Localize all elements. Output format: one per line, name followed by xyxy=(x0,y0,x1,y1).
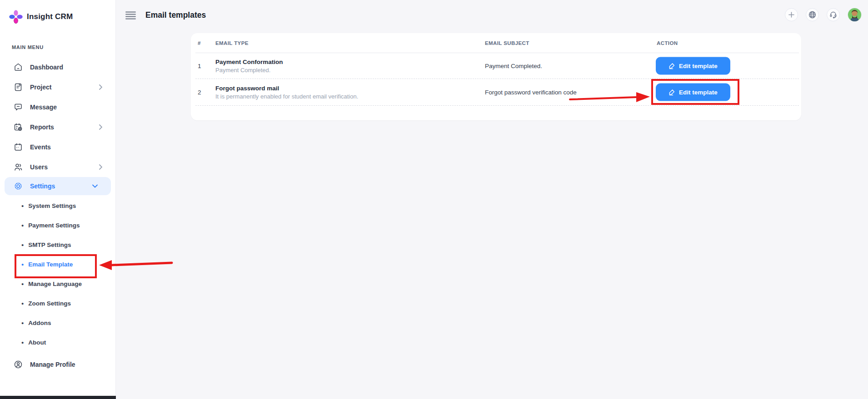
submenu-item-addons[interactable]: • Addons xyxy=(0,313,115,333)
sidebar-menu: Dashboard Project Message Reports xyxy=(0,57,115,374)
sidebar-item-events[interactable]: Events xyxy=(0,137,115,157)
sidebar-item-reports[interactable]: Reports xyxy=(0,117,115,137)
table-row: 2 Forgot password mail It is permanently… xyxy=(191,79,801,105)
bullet-icon: • xyxy=(21,241,24,248)
user-avatar[interactable] xyxy=(848,8,862,22)
email-templates-card: # EMAIL TYPE EMAIL SUBJECT ACTION 1 Paym… xyxy=(191,33,801,120)
app-logo[interactable]: Insight CRM xyxy=(0,0,115,24)
pencil-icon xyxy=(668,63,675,69)
support-headset-icon xyxy=(829,11,837,19)
sidebar-item-label: Reports xyxy=(30,123,54,131)
submenu-item-payment-settings[interactable]: • Payment Settings xyxy=(0,216,115,235)
email-subject-cell: Payment Completed. xyxy=(485,63,542,69)
menu-toggle-icon[interactable] xyxy=(125,11,136,20)
sidebar-section-label: MAIN MENU xyxy=(12,44,115,50)
support-button[interactable] xyxy=(827,8,840,21)
sidebar-item-manage-profile[interactable]: Manage Profile xyxy=(0,355,115,374)
chevron-right-icon xyxy=(99,84,103,90)
email-type-cell: Payment Conformation Payment Completed. xyxy=(215,59,283,74)
row-divider xyxy=(195,105,799,106)
email-type-title: Payment Conformation xyxy=(215,59,283,65)
globe-icon xyxy=(808,11,816,19)
sidebar-item-label: Project xyxy=(30,84,51,91)
sidebar-item-users[interactable]: Users xyxy=(0,157,115,177)
gear-icon xyxy=(14,182,23,191)
report-icon xyxy=(14,123,23,132)
bullet-icon: • xyxy=(21,320,24,326)
bullet-icon: • xyxy=(21,300,24,307)
column-header-email-type: EMAIL TYPE xyxy=(215,40,249,46)
edit-template-button[interactable]: Edit template xyxy=(656,83,730,101)
submenu-item-email-template[interactable]: • Email Template xyxy=(0,255,115,274)
topbar-actions xyxy=(785,8,862,22)
email-type-subtitle: It is permanently enabled for student em… xyxy=(215,93,358,99)
sidebar-item-label: Message xyxy=(30,103,57,111)
app-name: Insight CRM xyxy=(27,12,73,21)
row-number: 1 xyxy=(198,63,201,69)
sidebar-item-label: Users xyxy=(30,163,48,171)
language-button[interactable] xyxy=(806,8,819,21)
chevron-right-icon xyxy=(99,164,103,170)
submenu-item-smtp-settings[interactable]: • SMTP Settings xyxy=(0,235,115,255)
flower-logo-icon xyxy=(9,10,23,24)
chevron-right-icon xyxy=(99,124,103,130)
table-row: 1 Payment Conformation Payment Completed… xyxy=(191,53,801,79)
email-type-subtitle: Payment Completed. xyxy=(215,67,283,74)
column-header-action: ACTION xyxy=(657,40,678,46)
message-icon xyxy=(14,103,23,112)
bullet-icon: • xyxy=(21,202,24,209)
calendar-icon xyxy=(14,143,23,152)
email-type-title: Forgot password mail xyxy=(215,84,358,91)
sidebar-item-message[interactable]: Message xyxy=(0,97,115,117)
edit-template-button[interactable]: Edit template xyxy=(656,57,730,75)
submenu-item-manage-language[interactable]: • Manage Language xyxy=(0,274,115,294)
plus-icon xyxy=(788,12,794,18)
sidebar-item-project[interactable]: Project xyxy=(0,77,115,97)
sidebar-item-dashboard[interactable]: Dashboard xyxy=(0,57,115,77)
email-type-cell: Forgot password mail It is permanently e… xyxy=(215,84,358,99)
column-header-num: # xyxy=(198,40,201,46)
row-number: 2 xyxy=(198,89,201,95)
submenu-item-system-settings[interactable]: • System Settings xyxy=(0,196,115,216)
sidebar-item-label: Events xyxy=(30,143,51,151)
sidebar: Insight CRM MAIN MENU Dashboard Project … xyxy=(0,0,116,399)
submenu-item-about[interactable]: • About xyxy=(0,333,115,352)
document-icon xyxy=(14,83,23,92)
users-icon xyxy=(14,163,23,172)
sidebar-item-label: Dashboard xyxy=(30,64,63,71)
sidebar-bottom-bar xyxy=(0,396,116,399)
settings-submenu: • System Settings • Payment Settings • S… xyxy=(0,196,115,352)
add-button[interactable] xyxy=(785,8,798,21)
submenu-item-zoom-settings[interactable]: • Zoom Settings xyxy=(0,294,115,313)
home-icon xyxy=(14,63,23,72)
email-subject-cell: Forgot password verification code xyxy=(485,89,577,95)
bullet-icon: • xyxy=(21,261,24,268)
page-title: Email templates xyxy=(145,10,206,20)
column-header-email-subject: EMAIL SUBJECT xyxy=(485,40,529,46)
bullet-icon: • xyxy=(21,281,24,287)
sidebar-item-label: Manage Profile xyxy=(30,361,75,368)
sidebar-item-label: Settings xyxy=(30,182,55,190)
pencil-icon xyxy=(668,89,675,95)
bullet-icon: • xyxy=(21,339,24,346)
sidebar-item-settings[interactable]: Settings xyxy=(5,177,111,195)
avatar-image xyxy=(848,8,861,21)
profile-icon xyxy=(14,360,23,369)
chevron-down-icon xyxy=(92,184,98,188)
bullet-icon: • xyxy=(21,222,24,229)
